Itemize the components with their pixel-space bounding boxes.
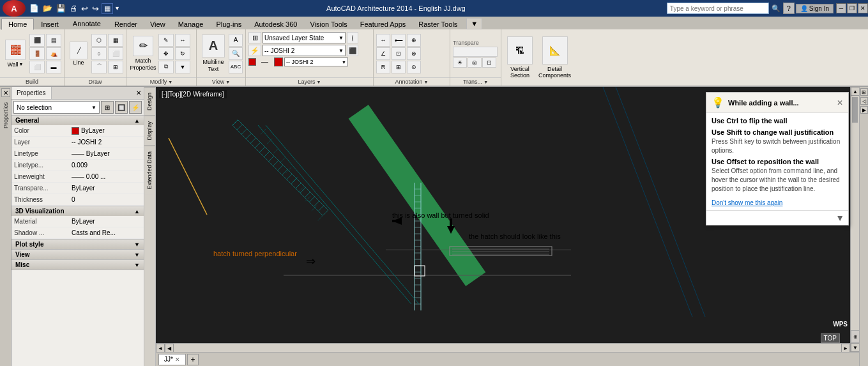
close-button[interactable]: ✕ xyxy=(858,3,868,13)
tab-manage[interactable]: Manage xyxy=(172,19,210,29)
right-panel-btn2[interactable]: ◁ xyxy=(860,97,868,105)
extended-data-tab[interactable]: Extended Data xyxy=(144,146,155,195)
search-input[interactable] xyxy=(667,3,769,14)
anno-leader[interactable]: ⟵ xyxy=(392,34,406,47)
nav-cube-top[interactable]: ⊕ xyxy=(851,330,859,343)
column-button[interactable]: ⬛ xyxy=(29,34,45,47)
tooltip-close-button[interactable]: ✕ xyxy=(837,98,843,107)
tab-insert[interactable]: Insert xyxy=(34,19,66,29)
general-section-header[interactable]: General ▲ xyxy=(11,116,144,125)
layer-state-button[interactable]: ⊞ xyxy=(248,32,261,43)
right-panel-btn3[interactable]: ▶ xyxy=(860,106,868,114)
sidebar-toggle[interactable]: ✕ xyxy=(1,88,10,97)
tab-render[interactable]: Render xyxy=(108,19,144,29)
qat-print[interactable]: 🖨 xyxy=(68,3,79,13)
tab-menu-extra[interactable]: ▼ xyxy=(466,18,482,29)
layer-state-dropdown[interactable]: Unsaved Layer State▼ xyxy=(263,32,346,43)
app-button[interactable]: A xyxy=(3,0,26,17)
3d-section-header[interactable]: 3D Visualization ▲ xyxy=(11,206,144,216)
tab-featured-apps[interactable]: Featured Apps xyxy=(354,19,413,29)
dim-radius[interactable]: R xyxy=(376,61,390,73)
mark-up2[interactable]: ⊗ xyxy=(407,47,421,60)
search-icon[interactable]: 🔍 xyxy=(772,4,780,13)
draw-table[interactable]: ⊞ xyxy=(108,61,123,73)
layer-color-dropdown[interactable]: -- JOSHI 2▼ xyxy=(284,57,348,66)
tab-close-icon[interactable]: ✕ xyxy=(175,356,180,363)
section-icon[interactable]: 📐 xyxy=(542,36,568,65)
dim-angular[interactable]: ∠ xyxy=(376,47,390,60)
scroll-left-button[interactable]: ◄ xyxy=(156,344,165,353)
modify-edit[interactable]: ✎ xyxy=(158,34,174,47)
draw-arc[interactable]: ⌒ xyxy=(91,61,107,73)
dont-show-link[interactable]: Don't show me this again xyxy=(712,199,782,206)
drawing-tab-jj[interactable]: JJ* ✕ xyxy=(158,354,186,365)
dim-linear[interactable]: ↔ xyxy=(376,34,390,47)
qat-open[interactable]: 📂 xyxy=(42,3,54,13)
sign-in-button[interactable]: 👤 Sign In xyxy=(796,4,834,13)
color-button[interactable] xyxy=(248,57,260,66)
linetype-button[interactable]: — xyxy=(261,57,273,66)
plot-style-section[interactable]: Plot style ▼ xyxy=(11,240,144,250)
multiline-text-button[interactable]: A Multiline Text xyxy=(199,33,227,74)
layer-iso[interactable]: ⬛ xyxy=(347,45,358,56)
help-icon[interactable]: ? xyxy=(783,3,795,14)
selection-dropdown[interactable]: No selection▼ xyxy=(13,101,100,114)
tab-raster-tools[interactable]: Raster Tools xyxy=(412,19,464,29)
layer-current-button[interactable]: ⚡ xyxy=(248,45,261,56)
tab-plugins[interactable]: Plug-ins xyxy=(209,19,248,29)
modify-stretch[interactable]: ↔ xyxy=(175,34,190,47)
modify-more[interactable]: ▼ xyxy=(175,61,190,73)
quick-select-icon[interactable]: 🔲 xyxy=(115,101,128,114)
slab-button[interactable]: ▬ xyxy=(46,61,61,73)
draw-circle[interactable]: ○ xyxy=(91,47,107,60)
text-spell[interactable]: ABC xyxy=(229,61,243,73)
anno-table-btn[interactable]: ⊞ xyxy=(392,61,406,73)
qat-new[interactable]: 📄 xyxy=(28,3,40,13)
minimize-button[interactable]: ─ xyxy=(836,3,846,13)
transparency-slider[interactable] xyxy=(453,47,498,57)
qat-dropdown[interactable]: ▼ xyxy=(114,5,120,11)
select-all-icon[interactable]: ⊞ xyxy=(101,101,114,114)
window-button-tool[interactable]: ⬜ xyxy=(29,61,45,73)
scroll-pan[interactable]: ◀ xyxy=(165,344,174,353)
ucs-button[interactable]: ⊡ xyxy=(482,57,496,68)
qat-workspace[interactable]: ▦ xyxy=(102,3,113,14)
qat-undo[interactable]: ↩ xyxy=(80,3,89,14)
view-section[interactable]: View ▼ xyxy=(11,250,144,260)
modify-rotate[interactable]: ↻ xyxy=(175,47,190,60)
door-button[interactable]: 🚪 xyxy=(29,47,45,60)
nav-cube-label[interactable]: TOP xyxy=(821,333,840,343)
design-tab[interactable]: Design xyxy=(144,87,155,116)
modify-copy[interactable]: ⧉ xyxy=(158,61,174,73)
right-panel-btn1[interactable]: ⊞ xyxy=(860,88,868,96)
scroll-down-button[interactable]: ▼ xyxy=(851,343,859,352)
tab-annotate[interactable]: Annotate xyxy=(66,18,108,29)
select-filter-icon[interactable]: ⚡ xyxy=(129,101,142,114)
layer-prev[interactable]: ⟨ xyxy=(347,32,358,43)
red-swatch[interactable] xyxy=(274,57,283,66)
draw-poly[interactable]: ⬡ xyxy=(91,34,107,47)
prop-panel-close[interactable]: ✕ xyxy=(133,89,144,96)
display-tab[interactable]: Display xyxy=(144,116,155,146)
isolate-button[interactable]: ◎ xyxy=(468,57,482,68)
text-edit[interactable]: A xyxy=(229,34,243,47)
layer-current-dropdown[interactable]: -- JOSHI 2▼ xyxy=(263,45,346,56)
anno-tolerance[interactable]: ⊡ xyxy=(392,47,406,60)
light-toggle[interactable]: ☀ xyxy=(453,57,467,68)
tab-vision-tools[interactable]: Vision Tools xyxy=(303,19,353,29)
restore-button[interactable]: ❐ xyxy=(847,3,857,13)
scroll-right-button[interactable]: ► xyxy=(841,344,850,353)
tab-view[interactable]: View xyxy=(144,19,172,29)
mark-up3[interactable]: ⊙ xyxy=(407,61,421,73)
misc-section[interactable]: Misc ▼ xyxy=(11,260,144,270)
add-tab-button[interactable]: + xyxy=(187,354,199,365)
scroll-up-button[interactable]: ▲ xyxy=(851,87,859,96)
modify-move[interactable]: ✥ xyxy=(158,47,174,60)
draw-hatch[interactable]: ▦ xyxy=(108,34,123,47)
line-button[interactable]: ╱ Line xyxy=(67,33,90,74)
tab-home[interactable]: Home xyxy=(1,19,34,30)
properties-sidebar-label[interactable]: Properties xyxy=(3,102,9,128)
draw-region[interactable]: ⬜ xyxy=(108,47,123,60)
text-find[interactable]: 🔍 xyxy=(229,47,243,60)
tab-autodesk360[interactable]: Autodesk 360 xyxy=(248,19,303,29)
